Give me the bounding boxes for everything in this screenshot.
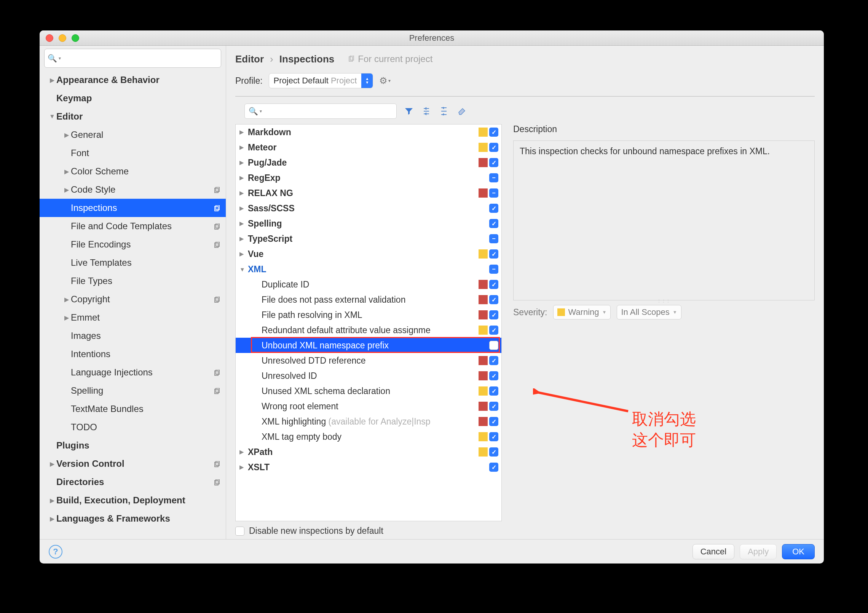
cancel-button[interactable]: Cancel bbox=[692, 544, 734, 559]
sidebar-item-label: Copyright bbox=[71, 294, 214, 305]
inspection-row[interactable]: XML tag empty body✓ bbox=[236, 429, 501, 444]
inspection-checkbox[interactable]: ✓ bbox=[489, 417, 498, 426]
inspection-checkbox[interactable]: ✓ bbox=[489, 447, 498, 457]
inspection-checkbox[interactable]: ✓ bbox=[489, 219, 498, 228]
sidebar-item-todo[interactable]: TODO bbox=[40, 418, 226, 436]
severity-select[interactable]: Warning ▼ bbox=[553, 305, 611, 319]
inspection-label: Duplicate ID bbox=[262, 279, 479, 290]
sidebar-item-inspections[interactable]: Inspections bbox=[40, 199, 226, 217]
inspection-checkbox[interactable]: ✓ bbox=[489, 310, 498, 319]
sidebar-item-file-and-code-templates[interactable]: File and Code Templates bbox=[40, 217, 226, 235]
inspection-checkbox[interactable] bbox=[489, 341, 498, 350]
sidebar-item-file-encodings[interactable]: File Encodings bbox=[40, 235, 226, 254]
inspection-row[interactable]: Unbound XML namespace prefix bbox=[236, 338, 501, 353]
inspection-checkbox[interactable]: ✓ bbox=[489, 128, 498, 137]
inspection-row[interactable]: Wrong root element✓ bbox=[236, 399, 501, 414]
inspection-checkbox[interactable]: − bbox=[489, 173, 498, 182]
sidebar-item-copyright[interactable]: ▶Copyright bbox=[40, 290, 226, 308]
red-severity-icon bbox=[479, 417, 488, 426]
filter-icon[interactable] bbox=[404, 106, 414, 117]
inspection-checkbox[interactable]: ✓ bbox=[489, 158, 498, 167]
inspection-search-input[interactable]: 🔍 ▾ bbox=[244, 104, 397, 119]
inspection-row[interactable]: ▶Meteor✓ bbox=[236, 140, 501, 155]
inspection-checkbox[interactable]: ✓ bbox=[489, 143, 498, 152]
chevron-right-icon: ▶ bbox=[62, 296, 71, 303]
inspection-checkbox[interactable]: − bbox=[489, 234, 498, 243]
profile-select[interactable]: Project DefaultProject ▲▼ bbox=[269, 73, 373, 88]
inspection-checkbox[interactable]: ✓ bbox=[489, 249, 498, 259]
inspection-row[interactable]: File does not pass external validation✓ bbox=[236, 292, 501, 307]
inspection-row[interactable]: ▶TypeScript− bbox=[236, 231, 501, 246]
inspection-checkbox[interactable]: ✓ bbox=[489, 463, 498, 472]
inspection-row[interactable]: ▶XSLT✓ bbox=[236, 460, 501, 475]
ok-button[interactable]: OK bbox=[782, 544, 815, 559]
inspection-row[interactable]: ▶XPath✓ bbox=[236, 444, 501, 460]
sidebar-item-plugins[interactable]: Plugins bbox=[40, 436, 226, 455]
sidebar-item-language-injections[interactable]: Language Injections bbox=[40, 363, 226, 382]
scope-select[interactable]: In All Scopes ▼ bbox=[617, 305, 681, 319]
sidebar-item-font[interactable]: Font bbox=[40, 144, 226, 162]
inspection-row[interactable]: ▶Markdown✓ bbox=[236, 125, 501, 140]
sidebar-item-build-execution-deployment[interactable]: ▶Build, Execution, Deployment bbox=[40, 491, 226, 509]
inspection-checkbox[interactable]: ✓ bbox=[489, 371, 498, 380]
inspection-label: Spelling bbox=[248, 219, 489, 229]
inspection-label: RELAX NG bbox=[248, 188, 479, 198]
inspection-row[interactable]: File path resolving in XML✓ bbox=[236, 307, 501, 322]
inspection-row[interactable]: XML highlighting (available for Analyze|… bbox=[236, 414, 501, 429]
help-button[interactable]: ? bbox=[49, 545, 62, 559]
inspection-checkbox[interactable]: ✓ bbox=[489, 280, 498, 289]
inspection-row[interactable]: ▶Spelling✓ bbox=[236, 216, 501, 231]
sidebar-item-languages-frameworks[interactable]: ▶Languages & Frameworks bbox=[40, 509, 226, 528]
inspection-row[interactable]: ▶Vue✓ bbox=[236, 246, 501, 262]
sidebar-item-intentions[interactable]: Intentions bbox=[40, 345, 226, 363]
sidebar-item-directories[interactable]: Directories bbox=[40, 473, 226, 491]
inspection-checkbox[interactable]: ✓ bbox=[489, 326, 498, 335]
resize-handle-icon[interactable]: ⋮⋮⋮ bbox=[653, 299, 675, 302]
inspection-checkbox[interactable]: ✓ bbox=[489, 295, 498, 304]
inspection-row[interactable]: ▼XML− bbox=[236, 262, 501, 277]
sidebar-item-color-scheme[interactable]: ▶Color Scheme bbox=[40, 162, 226, 180]
inspection-row[interactable]: Unused XML schema declaration✓ bbox=[236, 383, 501, 399]
inspection-checkbox[interactable]: − bbox=[489, 188, 498, 198]
gear-icon[interactable]: ⚙▾ bbox=[379, 75, 391, 86]
footer: ? Cancel Apply OK bbox=[40, 539, 824, 564]
inspection-row[interactable]: Redundant default attribute value assign… bbox=[236, 322, 501, 338]
eraser-icon[interactable] bbox=[456, 106, 467, 117]
inspection-tree[interactable]: ▶Markdown✓▶Meteor✓▶Pug/Jade✓▶RegExp−▶REL… bbox=[236, 125, 501, 521]
disable-new-checkbox[interactable] bbox=[235, 527, 244, 536]
inspection-row[interactable]: Unresolved ID✓ bbox=[236, 368, 501, 383]
inspection-row[interactable]: ▶RELAX NG− bbox=[236, 185, 501, 201]
inspection-checkbox[interactable]: ✓ bbox=[489, 204, 498, 213]
sidebar-item-code-style[interactable]: ▶Code Style bbox=[40, 180, 226, 199]
inspection-label: Unused XML schema declaration bbox=[262, 386, 479, 396]
inspection-checkbox[interactable]: − bbox=[489, 265, 498, 274]
expand-icon[interactable] bbox=[421, 106, 432, 117]
inspection-checkbox[interactable]: ✓ bbox=[489, 356, 498, 365]
inspection-row[interactable]: Unresolved DTD reference✓ bbox=[236, 353, 501, 368]
inspection-row[interactable]: ▶Pug/Jade✓ bbox=[236, 155, 501, 170]
sidebar-search-input[interactable]: 🔍 ▾ bbox=[44, 49, 221, 68]
apply-button[interactable]: Apply bbox=[740, 544, 777, 559]
inspection-checkbox[interactable]: ✓ bbox=[489, 402, 498, 411]
sidebar-item-live-templates[interactable]: Live Templates bbox=[40, 254, 226, 272]
inspection-row[interactable]: ▶RegExp− bbox=[236, 170, 501, 185]
sidebar-item-file-types[interactable]: File Types bbox=[40, 272, 226, 290]
inspection-checkbox[interactable]: ✓ bbox=[489, 386, 498, 396]
sidebar-item-emmet[interactable]: ▶Emmet bbox=[40, 308, 226, 327]
chevron-right-icon: ▶ bbox=[62, 131, 71, 139]
inspection-row[interactable]: Duplicate ID✓ bbox=[236, 277, 501, 292]
sidebar-item-images[interactable]: Images bbox=[40, 327, 226, 345]
inspection-checkbox[interactable]: ✓ bbox=[489, 432, 498, 441]
collapse-icon[interactable] bbox=[439, 106, 449, 117]
sidebar-item-spelling[interactable]: Spelling bbox=[40, 382, 226, 400]
sidebar-item-version-control[interactable]: ▶Version Control bbox=[40, 455, 226, 473]
sidebar-item-appearance-behavior[interactable]: ▶Appearance & Behavior bbox=[40, 71, 226, 89]
sidebar-item-editor[interactable]: ▼Editor bbox=[40, 107, 226, 126]
chevron-down-icon: ▾ bbox=[59, 56, 61, 61]
inspection-toolbar: 🔍 ▾ bbox=[235, 104, 815, 124]
inspection-row[interactable]: ▶Sass/SCSS✓ bbox=[236, 201, 501, 216]
sidebar-item-textmate-bundles[interactable]: TextMate Bundles bbox=[40, 400, 226, 418]
sidebar-item-keymap[interactable]: Keymap bbox=[40, 89, 226, 107]
sidebar-tree[interactable]: ▶Appearance & BehaviorKeymap▼Editor▶Gene… bbox=[40, 71, 226, 539]
sidebar-item-general[interactable]: ▶General bbox=[40, 126, 226, 144]
